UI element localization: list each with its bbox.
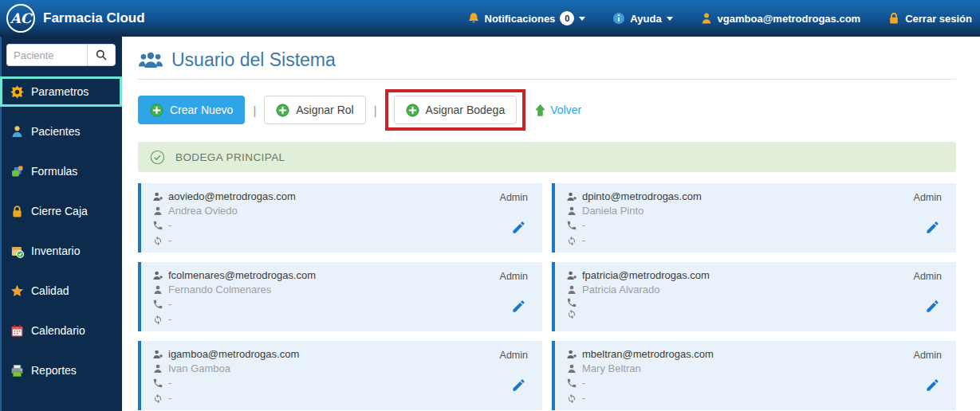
sidebar-item-parametros[interactable]: Parametros [0,76,122,107]
sidebar-item-pacientes[interactable]: Pacientes [0,112,122,151]
user-plus-icon [566,191,577,202]
notifications-label: Notificaciones [485,13,556,25]
sidebar-item-cierre-caja[interactable]: Cierre Caja [0,191,122,231]
assign-warehouse-button[interactable]: Asignar Bodega [394,96,518,124]
title-divider [138,79,956,80]
help-menu[interactable]: Ayuda [612,12,672,25]
user-phone: - [168,376,171,390]
plus-circle-icon [150,104,163,117]
pencil-icon[interactable] [511,378,526,393]
user-email: dpinto@metrodrogas.com [582,190,702,204]
user-phone: - [168,218,171,233]
user-role-badge: Admin [500,349,528,363]
page-layout: Parametros Pacientes Formulas Cierre Caj… [0,37,980,411]
sidebar-item-label: Calendario [31,324,85,337]
sync-icon [152,235,163,246]
pencil-icon[interactable] [511,220,526,235]
formulas-icon [10,165,24,178]
info-icon [612,12,625,25]
user-card: fpatricia@metrodrogas.com Patricia Alvar… [552,262,956,331]
app-logo[interactable]: AC [6,4,35,33]
logout-label: Cerrar sesión [905,13,972,25]
user-name: Fernando Colmenares [168,283,271,297]
phone-icon [152,220,163,231]
pencil-icon[interactable] [925,378,940,393]
patient-search [0,37,122,72]
user-email: aoviedo@metrodrogas.com [168,190,296,204]
plus-circle-icon [406,104,419,117]
search-button[interactable] [87,44,116,66]
user-card: fcolmenares@metrodrogas.com Fernando Col… [138,262,542,331]
bell-icon [467,12,480,25]
user-plus-icon [566,270,577,281]
user-name: Mary Beltran [582,362,641,376]
user-role-badge: Admin [914,349,942,363]
user-sync: - [168,233,171,248]
create-new-label: Crear Nuevo [170,104,233,116]
user-role-badge: Admin [914,191,942,206]
sync-icon [566,308,577,319]
gear-icon [10,85,24,99]
sidebar-item-label: Parametros [31,85,89,98]
topbar-right-group: Notificaciones 0 Ayuda vgamboa@metrodrog… [467,11,973,25]
toolbar: Crear Nuevo | Asignar Rol | Asignar Bode… [138,89,956,131]
person-icon [566,206,577,217]
user-plus-icon [566,349,577,360]
back-link[interactable]: Volver [535,104,581,116]
user-email: mbeltran@metrodrogas.com [582,347,714,362]
user-phone: - [582,218,585,233]
notifications-menu[interactable]: Notificaciones 0 [467,11,586,25]
user-plus-icon [152,191,163,202]
user-sync: - [168,391,171,405]
sidebar-item-calendario[interactable]: Calendario [0,311,122,350]
phone-icon [566,297,577,308]
sidebar-item-formulas[interactable]: Formulas [0,151,122,191]
user-email: igamboa@metrodrogas.com [168,347,299,362]
user-account-menu[interactable]: vgamboa@metrodrogas.com [700,12,861,25]
phone-icon [152,378,163,389]
user-name: Andrea Oviedo [168,204,238,218]
calendar-icon [10,324,24,338]
pencil-icon[interactable] [925,299,940,314]
person-icon [152,206,163,217]
sidebar-item-calidad[interactable]: Calidad [0,271,122,311]
back-label: Volver [550,104,581,116]
person-icon [152,284,163,296]
user-role-badge: Admin [914,270,942,284]
user-card: mbeltran@metrodrogas.com Mary Beltran - … [552,341,956,410]
user-name: Patricia Alvarado [582,283,660,297]
person-icon [566,363,577,374]
star-icon [10,284,24,298]
pencil-icon[interactable] [511,299,526,314]
sidebar-item-label: Formulas [31,165,77,178]
sidebar-item-label: Cierre Caja [31,205,88,217]
sidebar-item-label: Calidad [31,284,69,297]
toolbar-separator: | [374,104,377,117]
user-card: aoviedo@metrodrogas.com Andrea Oviedo - … [138,183,542,252]
user-icon [700,12,713,25]
user-role-badge: Admin [500,270,528,284]
sidebar-item-inventario[interactable]: Inventario [0,231,122,271]
page-title: Usuario del Sistema [171,49,336,71]
sidebar-item-reportes[interactable]: Reportes [0,350,122,390]
caret-down-icon [579,17,585,21]
search-icon [95,49,108,61]
users-group-icon [138,51,163,70]
user-card: dpinto@metrodrogas.com Daniela Pinto - -… [552,183,956,252]
sync-icon [152,314,163,325]
check-circle-icon [150,150,165,165]
sidebar: Parametros Pacientes Formulas Cierre Caj… [0,37,122,411]
warehouse-section-header[interactable]: BODEGA PRINCIPAL [138,142,956,172]
notifications-count-badge: 0 [560,11,574,25]
phone-icon [566,378,577,389]
patient-search-input[interactable] [6,44,87,66]
create-new-button[interactable]: Crear Nuevo [138,96,245,124]
toolbar-separator: | [253,104,256,117]
assign-warehouse-label: Asignar Bodega [426,104,506,116]
user-email: fpatricia@metrodrogas.com [582,268,710,283]
assign-role-button[interactable]: Asignar Rol [264,96,365,124]
user-role-badge: Admin [500,191,528,206]
logout-button[interactable]: Cerrar sesión [888,12,972,25]
pencil-icon[interactable] [925,220,940,235]
main-content: Usuario del Sistema Crear Nuevo | Asigna… [122,37,980,411]
